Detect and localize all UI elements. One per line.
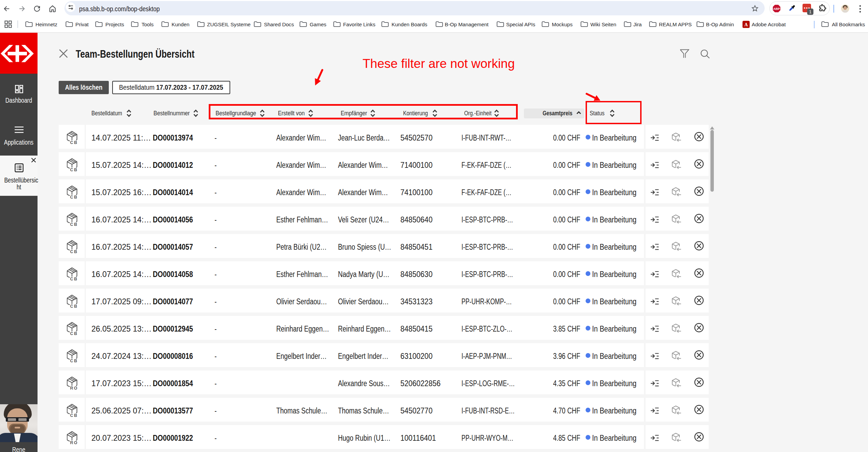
svg-text:C: C — [70, 359, 73, 363]
svg-text:ABP: ABP — [773, 7, 780, 11]
svg-text:B: B — [74, 413, 77, 418]
svg-text:B: B — [74, 222, 77, 227]
svg-text:C: C — [70, 249, 73, 254]
svg-text:B: B — [74, 195, 77, 200]
svg-text:C: C — [70, 222, 73, 227]
svg-text:C: C — [70, 304, 73, 309]
svg-text:B: B — [74, 331, 77, 336]
svg-text:B: B — [74, 359, 77, 363]
svg-text:C: C — [70, 331, 73, 336]
svg-text:B: B — [74, 249, 77, 254]
svg-text:R: R — [70, 386, 73, 391]
svg-text:O: O — [74, 386, 77, 391]
svg-text:A: A — [744, 22, 748, 27]
svg-text:B: B — [74, 140, 77, 145]
svg-text:R: R — [70, 440, 73, 445]
svg-text:C: C — [70, 195, 73, 200]
svg-text:B: B — [74, 304, 77, 309]
svg-text:O: O — [74, 440, 77, 445]
svg-text:C: C — [70, 140, 73, 145]
svg-text:B: B — [74, 277, 77, 281]
svg-text:C: C — [70, 413, 73, 418]
svg-text:C: C — [70, 167, 73, 172]
svg-text:1: 1 — [809, 10, 811, 14]
svg-text:B: B — [74, 167, 77, 172]
svg-text:C: C — [70, 277, 73, 281]
